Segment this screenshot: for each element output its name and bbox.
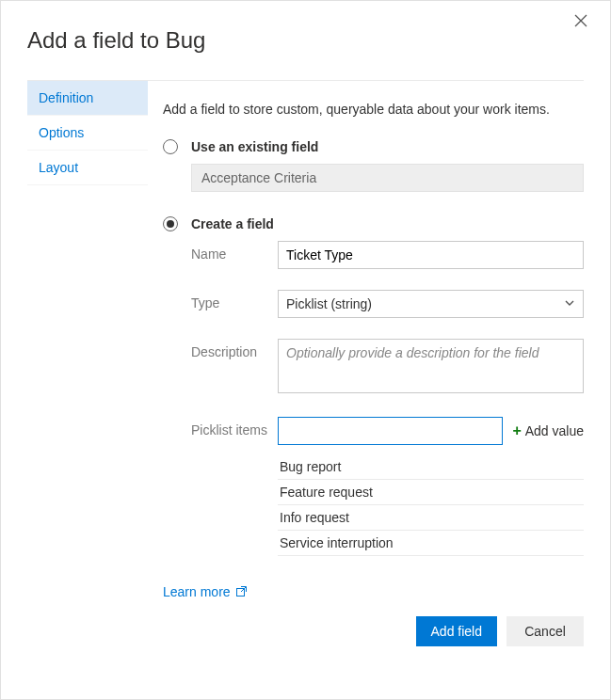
picklist-input[interactable] xyxy=(278,417,503,445)
sidebar-item-layout[interactable]: Layout xyxy=(27,151,148,185)
name-label: Name xyxy=(191,241,278,269)
radio-create-field[interactable]: Create a field xyxy=(163,216,584,231)
plus-icon: + xyxy=(512,422,521,439)
picklist-items-list: Bug report Feature request Info request … xyxy=(278,454,584,556)
list-item[interactable]: Info request xyxy=(278,505,584,531)
sidebar-item-options[interactable]: Options xyxy=(27,116,148,151)
radio-use-existing[interactable]: Use an existing field xyxy=(163,139,584,154)
type-select-value: Picklist (string) xyxy=(286,296,372,311)
learn-more-link[interactable]: Learn more xyxy=(163,584,247,599)
learn-more-label: Learn more xyxy=(163,584,231,599)
dialog-footer: Add field Cancel xyxy=(416,616,584,646)
intro-text: Add a field to store custom, queryable d… xyxy=(163,102,584,117)
sidebar-item-label: Options xyxy=(39,125,84,140)
name-input[interactable] xyxy=(278,241,584,269)
radio-icon xyxy=(163,139,178,154)
add-field-button[interactable]: Add field xyxy=(416,616,497,646)
radio-label: Use an existing field xyxy=(191,139,318,154)
dialog-content: Add a field to store custom, queryable d… xyxy=(148,81,584,599)
add-value-label: Add value xyxy=(525,423,584,438)
picklist-label: Picklist items xyxy=(191,417,278,445)
add-value-button[interactable]: + Add value xyxy=(512,422,584,439)
sidebar-item-label: Layout xyxy=(39,160,78,175)
radio-icon xyxy=(163,216,178,231)
description-label: Description xyxy=(191,339,278,396)
sidebar-item-definition[interactable]: Definition xyxy=(27,81,148,116)
type-select[interactable]: Picklist (string) xyxy=(278,290,584,318)
sidebar-item-label: Definition xyxy=(39,90,93,105)
sidebar: Definition Options Layout xyxy=(27,81,148,599)
type-label: Type xyxy=(191,290,278,318)
description-textarea[interactable] xyxy=(278,339,584,393)
chevron-down-icon xyxy=(564,296,575,311)
existing-field-select: Acceptance Criteria xyxy=(191,164,584,192)
list-item[interactable]: Service interruption xyxy=(278,531,584,556)
dialog-title: Add a field to Bug xyxy=(27,27,584,54)
list-item[interactable]: Bug report xyxy=(278,454,584,480)
svg-line-3 xyxy=(241,587,246,592)
radio-label: Create a field xyxy=(191,216,274,231)
external-link-icon xyxy=(236,584,247,599)
cancel-button[interactable]: Cancel xyxy=(506,616,584,646)
add-field-dialog: Add a field to Bug Definition Options La… xyxy=(0,0,611,700)
close-icon[interactable] xyxy=(574,14,593,33)
list-item[interactable]: Feature request xyxy=(278,480,584,505)
